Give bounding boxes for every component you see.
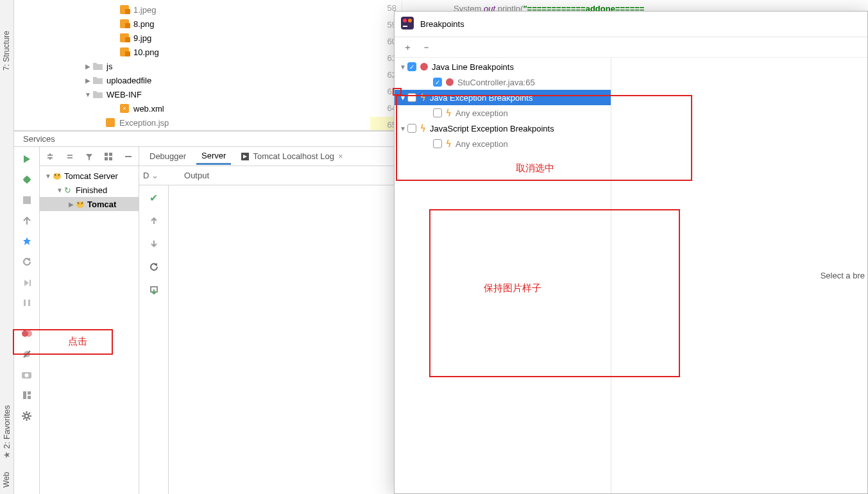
services-mid-toolbar (40, 147, 139, 166)
project-tree[interactable]: 1.jpeg8.png9.jpg10.png▶js▶uploadedfile▼W… (14, 0, 370, 130)
svg-line-27 (23, 418, 24, 419)
svg-rect-33 (125, 156, 132, 157)
tree-item[interactable]: Exception.jsp (14, 115, 370, 130)
remove-breakpoint-icon[interactable]: － (422, 42, 430, 53)
svg-marker-5 (23, 237, 31, 245)
svg-rect-8 (30, 280, 31, 286)
run-icon[interactable] (19, 151, 35, 167)
breakpoint-checkbox[interactable] (433, 78, 442, 87)
svg-point-45 (408, 19, 412, 22)
svg-rect-9 (24, 300, 26, 306)
pause-icon[interactable] (19, 294, 35, 311)
svg-rect-4 (23, 196, 31, 204)
step-over-icon[interactable] (19, 274, 35, 291)
breakpoints-toolbar: ＋ － (395, 37, 867, 58)
svg-marker-0 (24, 155, 30, 163)
svg-rect-30 (109, 153, 112, 156)
annotation-box-keep (429, 209, 680, 377)
annotation-text-click: 点击 (68, 336, 87, 348)
services-tree-item[interactable]: ▶Tomcat (40, 197, 139, 211)
svg-rect-42 (401, 17, 414, 30)
tree-item[interactable]: xweb.xml (14, 101, 370, 115)
output-toolbar: ✔ (139, 185, 169, 494)
services-left-toolbar (14, 147, 40, 494)
filter-icon[interactable] (81, 148, 97, 165)
annotation-box-click (13, 329, 113, 355)
hide-icon[interactable] (121, 148, 136, 165)
services-tree-item[interactable]: ▼Tomcat Server (40, 169, 139, 183)
svg-rect-19 (28, 396, 31, 399)
tree-item[interactable]: ▶uploadedfile (14, 73, 370, 87)
sidebar-tab-favorites[interactable]: ★ 2: Favorites (2, 405, 12, 459)
camera-icon[interactable] (19, 366, 35, 383)
tree-item[interactable]: 8.png (14, 17, 370, 31)
debug-icon[interactable] (19, 171, 35, 188)
output-label: Output (184, 171, 209, 180)
deploy-icon[interactable] (146, 282, 162, 298)
svg-line-25 (23, 413, 24, 414)
breakpoint-item[interactable]: StuController.java:65 (395, 74, 611, 90)
services-icon[interactable] (19, 233, 35, 250)
svg-rect-10 (28, 300, 30, 306)
svg-point-16 (25, 373, 29, 377)
layout-icon[interactable] (19, 387, 35, 404)
breakpoints-title-bar[interactable]: Breakpoints (395, 12, 867, 37)
collapse-all-icon[interactable] (62, 148, 77, 165)
services-tree[interactable]: ▼Tomcat Server▼↻Finished▶Tomcat (40, 166, 139, 211)
breakpoints-title: Breakpoints (420, 19, 464, 29)
attach-icon[interactable] (19, 212, 35, 229)
tree-item[interactable]: ▶js (14, 59, 370, 73)
tree-item[interactable]: ▼WEB-INF (14, 87, 370, 101)
services-tree-item[interactable]: ▼↻Finished (40, 183, 139, 197)
add-breakpoint-icon[interactable]: ＋ (404, 42, 412, 53)
svg-point-44 (403, 19, 407, 22)
check-icon: ✔ (146, 189, 162, 206)
svg-rect-17 (23, 391, 26, 399)
tree-item[interactable]: 10.png (14, 45, 370, 59)
stop-icon[interactable] (19, 192, 35, 209)
sidebar-tab-web[interactable]: Web (2, 472, 11, 488)
tab-debugger[interactable]: Debugger (144, 149, 191, 164)
annotation-text-keep: 保持图片样子 (484, 282, 541, 294)
svg-rect-32 (109, 157, 112, 160)
breakpoint-checkbox[interactable] (407, 62, 416, 71)
svg-line-28 (29, 413, 30, 414)
svg-rect-31 (105, 157, 108, 160)
annotation-text-uncheck: 取消选中 (516, 162, 554, 175)
reload-icon[interactable] (146, 259, 162, 275)
breakpoint-item[interactable]: ▼Java Line Breakpoints (395, 59, 611, 74)
svg-point-20 (25, 414, 29, 418)
left-vertical-bar: 7: Structure ★ 2: Favorites Web (0, 0, 14, 494)
rerun-icon[interactable] (19, 253, 35, 270)
group-icon[interactable] (101, 148, 116, 165)
tree-item[interactable]: 1.jpeg (14, 3, 370, 17)
svg-marker-7 (24, 280, 29, 286)
svg-rect-29 (105, 153, 108, 156)
sidebar-tab-structure[interactable]: 7: Structure (2, 31, 11, 71)
tree-item[interactable]: 9.jpg (14, 31, 370, 45)
tab-server[interactable]: Server (196, 148, 231, 165)
settings-icon[interactable] (19, 407, 35, 424)
svg-rect-43 (403, 26, 407, 27)
svg-rect-18 (28, 391, 31, 395)
down-icon[interactable] (146, 235, 162, 252)
tab-tomcat-log[interactable]: Tomcat Localhost Log× (236, 149, 348, 164)
expand-all-icon[interactable] (42, 148, 58, 165)
svg-line-26 (29, 418, 30, 419)
up-icon[interactable] (146, 212, 162, 229)
deploy-label[interactable]: D (143, 171, 149, 180)
intellij-icon (401, 17, 414, 31)
